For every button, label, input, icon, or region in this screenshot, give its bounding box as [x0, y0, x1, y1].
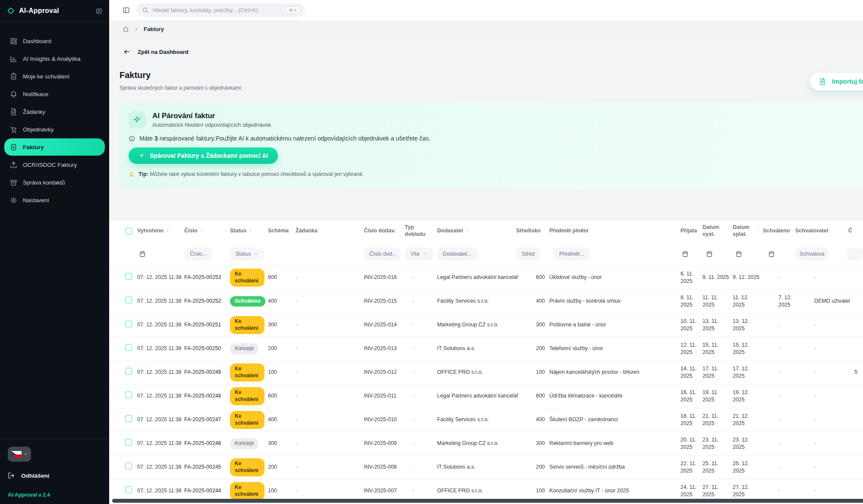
filter-placeholder: Schvalova	[800, 251, 825, 257]
col-header-select	[125, 228, 137, 235]
filter-calendar-issued[interactable]	[706, 250, 713, 257]
sidebar-item-label: Žádanky	[23, 109, 45, 115]
sidebar-item-gear[interactable]: Nastavení	[4, 191, 105, 209]
cell-supplier_invoice_no: INV-2025-007	[364, 487, 405, 495]
table-filter-row: Číslo...StatusČíslo dod..VšeDodavatel...…	[109, 242, 863, 266]
sidebar-item-clipboard[interactable]: Moje ke schválení	[4, 68, 105, 85]
sidebar-item-label: AI Insights & Analytika	[23, 56, 81, 62]
cell-requisition: -	[296, 487, 364, 495]
sparkles-icon	[132, 115, 142, 125]
cell-approver: -	[795, 440, 837, 447]
search-input[interactable]	[152, 6, 283, 14]
row-checkbox[interactable]	[125, 486, 132, 493]
sidebar-item-upload[interactable]: OCR/ISDOC Faktury	[4, 156, 105, 173]
cell-issued: 17. 11. 2025	[702, 365, 733, 380]
table-row[interactable]: 07. 12. 2025 11:38FA-2025-00253Ke schvál…	[109, 266, 863, 290]
chevron-down-icon	[423, 251, 428, 256]
filter-calendar-approved[interactable]	[768, 250, 775, 257]
filter-calendar-created[interactable]	[139, 250, 146, 257]
home-icon[interactable]	[123, 26, 129, 32]
cell-number: FA-2025-00244	[184, 487, 230, 495]
language-selector[interactable]	[8, 447, 31, 462]
czech-flag-icon	[11, 451, 22, 458]
cell-supplier: IT Solutions a.s.	[437, 345, 516, 352]
col-header-supplier[interactable]: Dodavatel	[437, 228, 516, 235]
filter-supplier[interactable]: Dodavatel...	[437, 247, 477, 260]
import-invoices-button[interactable]: Importuj faktury	[810, 72, 863, 91]
sidebar-toggle-icon[interactable]	[123, 6, 130, 14]
filter-calendar-received[interactable]	[682, 250, 689, 257]
sidebar-item-grid[interactable]: Dashboard	[4, 32, 105, 50]
horizontal-scrollbar[interactable]	[112, 499, 863, 503]
row-checkbox[interactable]	[125, 273, 132, 280]
cell-requisition: -	[296, 463, 364, 471]
sidebar-item-archive[interactable]: Správa kontaktů	[4, 174, 105, 191]
global-search[interactable]: ⌘ K	[136, 3, 306, 17]
status-badge: Ke schválení	[230, 387, 265, 405]
row-checkbox[interactable]	[125, 391, 132, 398]
row-checkbox[interactable]	[125, 297, 132, 304]
sidebar-collapse-icon[interactable]	[96, 8, 102, 14]
table-row[interactable]: 07. 12. 2025 11:38FA-2025-00247Ke schvál…	[109, 408, 863, 432]
filter-status[interactable]: Status	[230, 247, 264, 260]
sidebar-item-chart[interactable]: AI Insights & Analytika	[4, 50, 105, 67]
table-row[interactable]: 07. 12. 2025 11:38FA-2025-00245Ke schvál…	[109, 456, 863, 479]
sidebar-item-label: Dashboard	[23, 38, 51, 44]
col-header-status[interactable]: Status	[230, 228, 268, 235]
ai-match-button[interactable]: Spárovat Faktury s Žádankami pomocí AI	[129, 147, 278, 164]
filter-cost_center[interactable]: Střed	[516, 247, 540, 260]
row-checkbox[interactable]	[125, 415, 132, 422]
banner-title: AI Párování faktur	[152, 112, 271, 120]
sidebar-item-bell[interactable]: Notifikace	[4, 85, 105, 103]
cell-created: 07. 12. 2025 11:38	[137, 392, 184, 400]
filter-amount[interactable]	[847, 247, 863, 260]
cell-number: FA-2025-00252	[184, 297, 230, 305]
cell-number: FA-2025-00247	[184, 416, 230, 423]
col-header-approver: Schvalovatel	[795, 228, 837, 235]
col-header-created[interactable]: Vytvořeno	[137, 228, 184, 235]
status-badge: Ke schválení	[230, 363, 265, 381]
row-checkbox[interactable]	[125, 368, 132, 375]
table-row[interactable]: 07. 12. 2025 11:38FA-2025-00248Ke schvál…	[109, 385, 863, 408]
filter-supplier_invoice_no[interactable]: Číslo dod..	[364, 247, 401, 260]
col-label: Č	[848, 228, 852, 235]
col-header-number[interactable]: Číslo	[184, 228, 230, 235]
status-badge: Ke schválení	[230, 482, 265, 500]
back-to-dashboard-link[interactable]: Zpět na Dashboard	[123, 48, 189, 55]
cell-created: 07. 12. 2025 11:38	[137, 440, 184, 447]
select-all-checkbox[interactable]	[125, 228, 132, 235]
table-row[interactable]: 07. 12. 2025 11:38FA-2025-00252Schváleno…	[109, 290, 863, 313]
cell-schema: 600	[268, 274, 296, 281]
cell-due: 19. 12. 2025	[733, 389, 763, 404]
row-checkbox[interactable]	[125, 344, 132, 351]
col-label: Dodavatel	[437, 228, 463, 235]
filter-approver[interactable]: Schvalova	[795, 247, 829, 260]
col-label: Středisko	[516, 228, 541, 235]
sort-icon	[165, 228, 170, 233]
sidebar-item-invoice[interactable]: $Faktury	[4, 138, 105, 156]
logout-button[interactable]: Odhlášení	[8, 472, 101, 479]
col-label: Předmět plnění	[549, 228, 588, 235]
table-row[interactable]: 07. 12. 2025 11:38FA-2025-00250Koncept20…	[109, 337, 863, 361]
row-checkbox[interactable]	[125, 320, 132, 327]
sidebar-item-doc[interactable]: Žádanky	[4, 103, 105, 120]
filter-number[interactable]: Číslo...	[184, 247, 212, 260]
table-row[interactable]: 07. 12. 2025 11:38FA-2025-00249Ke schvál…	[109, 361, 863, 385]
col-label: Typ dokladu	[405, 224, 435, 238]
col-label: Číslo dodav.	[364, 228, 395, 235]
col-header-due[interactable]: Datum splat.	[733, 224, 763, 238]
row-checkbox[interactable]	[125, 439, 132, 446]
sidebar-item-cart[interactable]: Objednávky	[4, 121, 105, 138]
cell-approver: -	[795, 321, 837, 329]
filter-doc_type[interactable]: Vše	[405, 247, 433, 260]
col-header-issued[interactable]: Datum vyst.	[702, 224, 733, 238]
col-label: Přijata	[680, 228, 697, 235]
table-row[interactable]: 07. 12. 2025 11:38FA-2025-00246Koncept30…	[109, 432, 863, 456]
app-logo-icon	[7, 7, 15, 15]
sort-icon	[756, 225, 760, 229]
filter-calendar-due[interactable]	[735, 250, 742, 257]
row-checkbox[interactable]	[125, 463, 132, 470]
filter-subject[interactable]: Předmět...	[554, 247, 590, 260]
table-row[interactable]: 07. 12. 2025 11:38FA-2025-00251Ke schvál…	[109, 313, 863, 337]
filter-placeholder: Vše	[410, 251, 420, 257]
